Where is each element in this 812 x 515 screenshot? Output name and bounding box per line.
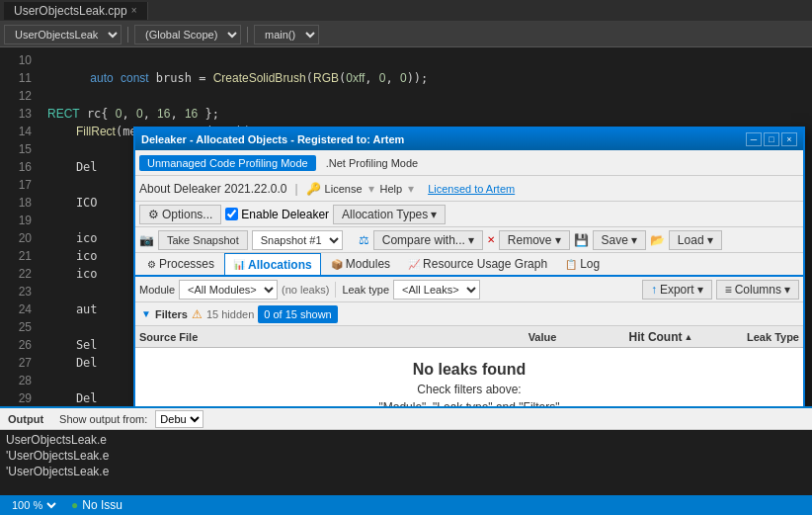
statusbar: 100 % ● No Issu <box>0 495 812 515</box>
enable-label: Enable Deleaker <box>241 208 329 221</box>
columns-arrow: ▾ <box>784 283 790 297</box>
zoom-select[interactable]: 100 % <box>8 498 59 512</box>
processes-icon: ⚙ <box>147 259 156 270</box>
allocation-types-arrow: ▾ <box>431 208 437 221</box>
output-line-3: 'UserObjectsLeak.e <box>6 464 806 479</box>
key-icon: 🔑 <box>306 182 321 196</box>
save-label: Save <box>602 233 628 247</box>
load-button[interactable]: Load ▾ <box>669 230 722 250</box>
export-arrow: ▾ <box>697 283 703 297</box>
dotnet-mode-button[interactable]: .Net Profiling Mode <box>318 155 427 171</box>
editor-area: UserObjectsLeak.cpp × UserObjectsLeak (G… <box>0 0 812 515</box>
tab-allocations[interactable]: 📊 Allocations <box>224 253 321 275</box>
options-icon: ⚙ <box>148 208 159 221</box>
save-arrow: ▾ <box>631 233 637 247</box>
module-extra: (no leaks) <box>282 284 329 296</box>
output-source-select[interactable]: Debu <box>155 410 203 428</box>
toolbar-separator-2 <box>247 27 248 43</box>
take-snapshot-button[interactable]: Take Snapshot <box>158 230 248 250</box>
export-button[interactable]: ↑ Export ▾ <box>642 280 712 300</box>
compare-with-button[interactable]: Compare with... ▾ <box>373 230 483 250</box>
function-dropdown[interactable]: UserObjectsLeak <box>4 25 122 44</box>
remove-label: Remove <box>508 233 552 247</box>
enable-checkbox-input[interactable] <box>225 208 238 220</box>
scope-dropdown[interactable]: (Global Scope) <box>134 25 241 44</box>
modal-menubar-profiling: Unmanaged Code Profiling Mode .Net Profi… <box>135 150 803 176</box>
no-leaks-title: No leaks found <box>413 361 527 379</box>
leak-type-label: Leak type <box>342 284 389 296</box>
col-leaktype-header[interactable]: Leak Type <box>720 331 799 343</box>
col-source-header[interactable]: Source File <box>139 331 483 343</box>
tab-close-icon[interactable]: × <box>131 5 137 16</box>
tab-resource-usage[interactable]: 📈 Resource Usage Graph <box>400 253 555 275</box>
output-content: UserObjectsLeak.e 'UserObjectsLeak.e 'Us… <box>0 430 812 497</box>
nav-dropdown[interactable]: main() <box>254 25 319 44</box>
snapshot-select[interactable]: Snapshot #1 <box>252 230 343 250</box>
module-label: Module <box>139 284 175 296</box>
editor-tab-file[interactable]: UserObjectsLeak.cpp × <box>4 2 148 20</box>
compare-label: Compare with... <box>382 233 465 247</box>
filter-icon: ▼ <box>141 308 151 319</box>
output-line-1: UserObjectsLeak.e <box>6 432 806 448</box>
tab-log[interactable]: 📋 Log <box>557 253 608 275</box>
tab-resource-usage-label: Resource Usage Graph <box>423 257 547 271</box>
module-select[interactable]: <All Modules> <box>179 280 278 300</box>
tab-modules-label: Modules <box>346 257 390 271</box>
show-from-label: Show output from: <box>59 413 147 425</box>
allocation-types-button[interactable]: Allocation Types ▾ <box>333 205 446 224</box>
compare-arrow: ▾ <box>468 233 474 247</box>
remove-arrow: ▾ <box>555 233 561 247</box>
licensed-to-link[interactable]: Licensed to Artem <box>428 183 515 195</box>
modal-minimize-button[interactable]: ─ <box>746 132 762 146</box>
shown-badge: 0 of 15 shown <box>258 305 338 323</box>
columns-button[interactable]: ≡ Columns ▾ <box>716 280 799 300</box>
license-menu-item[interactable]: License <box>325 183 363 195</box>
modal-titlebar: Deleaker - Allocated Objects - Registere… <box>135 129 803 150</box>
about-menu-item[interactable]: About Deleaker 2021.22.0.0 <box>139 182 286 196</box>
help-menu-item[interactable]: Help <box>380 183 403 195</box>
allocation-types-label: Allocation Types <box>342 208 428 221</box>
modal-sub-toolbar: Module <All Modules> (no leaks) Leak typ… <box>135 277 803 302</box>
about-label: About Deleaker 2021.22.0.0 <box>139 182 286 196</box>
tab-processes-label: Processes <box>159 257 214 271</box>
editor-tabs: UserObjectsLeak.cpp × <box>0 0 812 22</box>
filters-label: Filters <box>155 308 188 320</box>
tab-modules[interactable]: 📦 Modules <box>323 253 398 275</box>
toolbar-separator <box>127 27 128 43</box>
load-label: Load <box>678 233 704 247</box>
tab-allocations-label: Allocations <box>248 258 312 272</box>
export-icon: ↑ <box>651 283 657 297</box>
remove-icon: ✕ <box>487 234 495 245</box>
col-hitcount-arrow: ▲ <box>685 332 693 342</box>
modal-controls: ─ □ × <box>746 132 797 146</box>
col-value-header[interactable]: Value <box>483 331 602 343</box>
no-leaks-hint1: Check filters above: <box>417 383 521 396</box>
options-button[interactable]: ⚙ Options... <box>139 205 221 224</box>
allocations-icon: 📊 <box>233 259 245 270</box>
line-numbers: 10 11 12 13 14 15 16 17 18 19 20 21 22 2… <box>0 47 40 465</box>
options-label: Options... <box>162 208 212 221</box>
save-button[interactable]: Save ▾ <box>593 230 646 250</box>
resource-usage-icon: 📈 <box>408 259 420 270</box>
no-issues-icon: ● <box>71 498 78 512</box>
col-hitcount-header[interactable]: Hit Count ▲ <box>602 330 720 344</box>
modal-maximize-button[interactable]: □ <box>764 132 779 146</box>
log-icon: 📋 <box>565 259 577 270</box>
zoom-status: 100 % <box>8 498 59 512</box>
modal-close-button[interactable]: × <box>781 132 797 146</box>
table-header: Source File Value Hit Count ▲ Leak Type <box>135 326 803 348</box>
remove-button[interactable]: Remove ▾ <box>499 230 570 250</box>
modules-icon: 📦 <box>331 259 343 270</box>
leak-type-select[interactable]: <All Leaks> <box>393 280 480 300</box>
enable-deleaker-checkbox[interactable]: Enable Deleaker <box>225 208 329 221</box>
modal-title: Deleaker - Allocated Objects - Registere… <box>141 133 404 145</box>
hidden-badge: 15 hidden <box>206 308 254 320</box>
output-title: Output <box>8 413 43 425</box>
unmanaged-mode-button[interactable]: Unmanaged Code Profiling Mode <box>139 155 316 171</box>
tab-processes[interactable]: ⚙ Processes <box>139 253 222 275</box>
modal-toolbar-options: ⚙ Options... Enable Deleaker Allocation … <box>135 202 803 227</box>
export-label: Export <box>660 283 694 297</box>
load-arrow: ▾ <box>707 233 713 247</box>
columns-icon: ≡ <box>725 283 732 297</box>
columns-label: Columns <box>735 283 781 297</box>
